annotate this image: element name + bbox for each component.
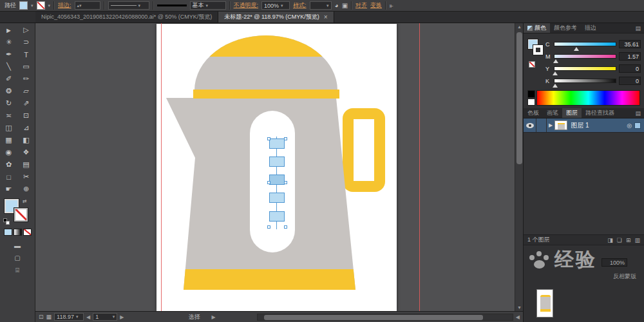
first-artboard-icon[interactable]: ◀ — [86, 314, 90, 320]
canvas[interactable]: ▲ ▼ — [35, 23, 523, 311]
pen-tool-icon[interactable]: ✒ — [0, 48, 17, 61]
water-level-mark[interactable] — [269, 211, 285, 222]
selected-objects-group[interactable] — [269, 138, 286, 227]
direct-selection-tool-icon[interactable]: ▷ — [17, 24, 35, 36]
fill-dropdown-icon[interactable]: ▾ — [31, 3, 33, 8]
stroke-weight-input[interactable]: ▴▾ — [75, 1, 100, 10]
tab-stroke[interactable]: 描边 — [581, 23, 600, 33]
swap-fill-stroke-icon[interactable]: ⇄ — [23, 198, 27, 204]
style-select[interactable]: ▾ — [310, 1, 332, 10]
color-mode-button[interactable] — [4, 229, 12, 236]
eye-icon[interactable] — [526, 123, 534, 128]
black-swatch[interactable] — [527, 90, 535, 98]
next-artboard-icon[interactable]: ▶ — [120, 314, 124, 320]
type-tool-icon[interactable]: T — [17, 48, 35, 61]
layer-row[interactable]: ▶ 图层 1 ◎ — [524, 118, 644, 133]
screen-mode-icon[interactable]: ▢ — [14, 254, 20, 261]
color-spectrum-ramp[interactable] — [536, 90, 640, 106]
draw-mode-icon[interactable]: ▬ — [14, 242, 21, 249]
kettle-handle-shape[interactable] — [343, 108, 385, 192]
target-circle-icon[interactable]: ◎ — [627, 122, 632, 129]
invert-mask-label[interactable]: 反相蒙版 — [613, 272, 636, 281]
style-link[interactable]: 样式: — [293, 1, 307, 10]
width-tool-icon[interactable]: ≍ — [0, 109, 17, 122]
selection-color-chip[interactable] — [634, 122, 641, 129]
rotate-tool-icon[interactable]: ↻ — [0, 97, 17, 109]
rectangle-tool-icon[interactable]: ▭ — [17, 61, 35, 73]
new-sublayer-icon[interactable]: ❏ — [617, 237, 622, 243]
eyedropper-tool-icon[interactable]: ◉ — [0, 146, 17, 158]
transform-link[interactable]: 变换 — [370, 1, 382, 10]
selection-anchor[interactable] — [267, 181, 270, 184]
visibility-cell[interactable] — [524, 118, 536, 132]
gradient-mode-button[interactable] — [14, 229, 22, 236]
water-level-mark[interactable] — [269, 138, 285, 149]
default-fill-stroke-icon[interactable] — [3, 218, 10, 225]
magenta-slider[interactable] — [554, 54, 616, 59]
status-flyout-icon[interactable]: ▶ — [211, 314, 215, 320]
stroke-dropdown-icon[interactable]: ▾ — [48, 3, 51, 8]
blend-tool-icon[interactable]: ❖ — [17, 146, 35, 158]
line-tool-icon[interactable]: ╲ — [0, 61, 17, 73]
scrollbar-thumb[interactable] — [264, 315, 484, 320]
align-link[interactable]: 对齐 — [355, 1, 367, 10]
recolor-artwork-icon[interactable]: ◕ — [335, 2, 339, 9]
transparency-opacity-input[interactable]: 100% — [601, 258, 627, 267]
black-slider[interactable] — [554, 79, 616, 83]
make-mask-icon[interactable]: ◨ — [607, 237, 613, 243]
status-grid-icon[interactable]: ⊡ — [39, 314, 44, 320]
slider-thumb[interactable] — [553, 71, 558, 75]
mesh-tool-icon[interactable]: ▦ — [0, 134, 17, 146]
document-tab-active[interactable]: 未标题-22* @ 118.97% (CMYK/预览) × — [218, 12, 334, 23]
selection-anchor[interactable] — [284, 225, 287, 229]
perspective-grid-tool-icon[interactable]: ⊿ — [17, 122, 35, 134]
selection-anchor[interactable] — [267, 225, 270, 229]
scrollbar-thumb[interactable] — [516, 32, 522, 164]
free-transform-tool-icon[interactable]: ⊡ — [17, 109, 35, 122]
edit-toolbar-icon[interactable]: ⌸ — [15, 267, 19, 274]
magenta-value-input[interactable]: 1.57 — [619, 52, 641, 61]
tab-pathfinder[interactable]: 路径查找器 — [582, 108, 618, 118]
scroll-down-icon[interactable]: ▼ — [515, 305, 523, 310]
water-level-mark[interactable] — [269, 175, 285, 185]
selection-anchor[interactable] — [284, 181, 287, 184]
lock-cell[interactable] — [536, 118, 547, 132]
column-graph-tool-icon[interactable]: ▤ — [17, 158, 35, 171]
tab-swatches[interactable]: 色板 — [524, 108, 543, 118]
zoom-tool-icon[interactable]: ⊕ — [17, 183, 35, 195]
stroke-swatch[interactable] — [14, 208, 28, 222]
none-swatch[interactable] — [529, 61, 535, 68]
scale-tool-icon[interactable]: ⇗ — [17, 97, 35, 109]
artboard-tool-icon[interactable]: □ — [0, 171, 17, 183]
new-layer-icon[interactable]: ⊞ — [626, 237, 631, 243]
layers-empty-area[interactable] — [524, 133, 644, 234]
status-preview-icon[interactable]: ▦ — [46, 314, 52, 320]
delete-layer-icon[interactable]: ▥ — [634, 237, 640, 243]
opacity-link[interactable]: 不透明度: — [234, 1, 259, 10]
selection-anchor[interactable] — [284, 137, 287, 140]
water-level-mark[interactable] — [269, 193, 285, 203]
selection-tool-icon[interactable]: ► — [0, 24, 17, 36]
lasso-tool-icon[interactable]: ⊃ — [17, 36, 35, 48]
artboard-select[interactable]: 1 ▾ — [93, 313, 117, 321]
scroll-right-icon[interactable]: ◀ — [516, 314, 520, 320]
horizontal-scrollbar[interactable] — [257, 314, 513, 321]
zoom-select[interactable]: 118.97 ▾ — [54, 313, 84, 321]
close-tab-icon[interactable]: × — [324, 14, 328, 21]
artboard[interactable] — [156, 24, 397, 311]
document-tab-inactive[interactable]: Nipic_4056343_20190813220426088000.ai* @… — [35, 12, 218, 23]
slider-thumb[interactable] — [553, 59, 558, 63]
opacity-select[interactable]: 100%▾ — [261, 1, 290, 10]
slice-tool-icon[interactable]: ✂ — [17, 171, 35, 183]
water-level-mark[interactable] — [269, 156, 285, 167]
cyan-slider[interactable] — [554, 42, 616, 46]
document-setup-icon[interactable]: ▣ — [342, 2, 348, 9]
kettle-lid-cap-shape[interactable] — [194, 35, 337, 57]
expand-triangle-icon[interactable]: ▶ — [549, 122, 553, 128]
spinner-icon[interactable]: ▴▾ — [77, 3, 82, 8]
stroke-color-swatch[interactable] — [37, 1, 45, 10]
paintbrush-tool-icon[interactable]: ✐ — [0, 73, 17, 85]
layer-name[interactable]: 图层 1 — [571, 121, 589, 130]
yellow-slider[interactable] — [554, 66, 616, 71]
kettle-lid-shape[interactable] — [194, 35, 337, 90]
